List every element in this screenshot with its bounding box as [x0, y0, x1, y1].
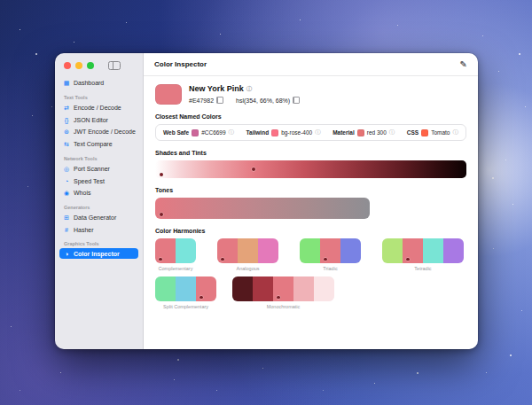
info-icon[interactable]: ⓘ — [246, 86, 253, 92]
close-button[interactable] — [64, 62, 71, 69]
color-swatch[interactable] — [357, 129, 364, 136]
color-value: Tomato — [431, 129, 450, 136]
text-compare-icon: ⇆ — [63, 141, 70, 148]
sidebar-item-whois[interactable]: ◉ Whois — [59, 187, 138, 199]
info-icon[interactable]: ⓘ — [229, 129, 235, 136]
hex-code: #E47982 — [189, 97, 223, 104]
port-scanner-icon: ◎ — [63, 166, 70, 173]
color-harmonies-title: Color Harmonies — [155, 228, 466, 234]
info-icon[interactable]: ⓘ — [452, 129, 458, 136]
current-color-info: New York Pink ⓘ #E47982 hsl(354, 66%, 68… — [189, 84, 300, 104]
minimize-button[interactable] — [75, 62, 82, 69]
base-color-dot — [200, 296, 203, 300]
shades-tints-strip[interactable] — [155, 160, 466, 178]
harmony-swatch[interactable] — [340, 238, 361, 263]
speed-test-icon: ◔ — [63, 178, 70, 184]
closest-named-colors-title: Closest Named Colors — [155, 113, 466, 120]
system-label: Material — [332, 129, 355, 136]
hasher-icon: # — [63, 227, 70, 233]
harmony-tetradic: Tetradic — [382, 238, 464, 271]
page-title: Color Inspector — [154, 60, 207, 68]
color-value: #CC6699 — [201, 129, 225, 136]
harmony-swatch[interactable] — [443, 238, 464, 263]
harmony-swatch[interactable] — [293, 276, 314, 301]
harmony-swatch[interactable] — [238, 238, 258, 263]
harmony-analogous: Analogous — [217, 238, 278, 271]
sidebar-item-jwt-encode-decode[interactable]: ⊛ JWT Encode / Decode — [59, 126, 138, 137]
harmony-caption: Triadic — [300, 266, 361, 271]
strip-marker-dot — [160, 173, 163, 176]
sidebar-item-label: Speed Test — [74, 178, 105, 184]
shades-tints-title: Shades and Tints — [155, 150, 466, 156]
harmonies-row-2: Split Complementary Monochromatic — [155, 276, 466, 309]
app-window: ▦ Dashboard Text Tools ⇄ Encode / Decode… — [55, 53, 478, 349]
sidebar-item-speed-test[interactable]: ◔ Speed Test — [59, 175, 138, 186]
sidebar-item-text-compare[interactable]: ⇆ Text Compare — [59, 138, 138, 150]
color-swatch[interactable] — [421, 129, 428, 136]
sidebar-section-generators: Generators — [64, 205, 134, 210]
harmony-swatch[interactable] — [217, 238, 238, 263]
hex-value: #E47982 — [189, 97, 214, 104]
sidebar-item-data-generator[interactable]: ⊞ Data Generator — [59, 212, 138, 223]
strip-marker-dot — [160, 213, 163, 216]
system-label: CSS — [407, 129, 419, 136]
info-icon[interactable]: ⓘ — [315, 129, 321, 136]
harmony-swatch[interactable] — [314, 276, 334, 301]
closest-item-websafe: Web Safe #CC6699 ⓘ — [163, 129, 234, 136]
color-value: bg-rose-400 — [281, 129, 312, 136]
edit-pencil-icon[interactable]: ✎ — [460, 60, 467, 69]
harmony-monochromatic: Monochromatic — [232, 276, 334, 309]
base-color-dot — [221, 258, 224, 261]
harmony-swatch[interactable] — [423, 238, 443, 263]
sidebar-item-port-scanner[interactable]: ◎ Port Scanner — [59, 163, 138, 175]
closest-named-colors-row: Web Safe #CC6699 ⓘ Tailwind bg-rose-400 … — [155, 124, 466, 141]
tones-title: Tones — [155, 187, 466, 193]
harmony-caption: Monochromatic — [232, 304, 334, 309]
harmony-swatch[interactable] — [403, 238, 423, 263]
sidebar-item-dashboard[interactable]: ▦ Dashboard — [59, 77, 138, 89]
harmony-swatch[interactable] — [196, 276, 216, 301]
color-swatch[interactable] — [271, 129, 278, 136]
sidebar-item-label: Text Compare — [74, 141, 113, 147]
tones-strip[interactable] — [155, 198, 370, 219]
sidebar-item-json-editor[interactable]: {} JSON Editor — [59, 114, 138, 125]
harmony-swatch[interactable] — [176, 276, 196, 301]
copy-icon[interactable] — [216, 97, 223, 104]
base-color-dot — [406, 258, 410, 261]
json-editor-icon: {} — [63, 117, 70, 123]
system-label: Tailwind — [246, 129, 270, 136]
dashboard-icon: ▦ — [63, 80, 70, 87]
harmony-swatch[interactable] — [382, 238, 403, 263]
color-name: New York Pink — [189, 84, 244, 93]
harmony-triadic: Triadic — [300, 238, 361, 271]
harmony-swatch[interactable] — [273, 276, 293, 301]
hsl-code: hsl(354, 66%, 68%) — [236, 97, 300, 104]
info-icon[interactable]: ⓘ — [389, 129, 395, 136]
sidebar-item-encode-decode[interactable]: ⇄ Encode / Decode — [59, 102, 138, 113]
harmony-swatch[interactable] — [176, 238, 196, 263]
sidebar-section-text-tools: Text Tools — [64, 95, 134, 100]
copy-icon[interactable] — [293, 97, 300, 104]
sidebar-item-hasher[interactable]: # Hasher — [59, 224, 138, 235]
harmony-swatch[interactable] — [155, 238, 176, 263]
sidebar-toggle-icon[interactable] — [108, 61, 121, 70]
main-header: Color Inspector ✎ — [144, 53, 478, 76]
desktop-wallpaper: ▦ Dashboard Text Tools ⇄ Encode / Decode… — [0, 0, 532, 405]
sidebar-item-color-inspector[interactable]: ◑ Color Inspector — [59, 248, 138, 259]
harmony-swatch[interactable] — [253, 276, 273, 301]
closest-item-css: CSS Tomato ⓘ — [407, 129, 458, 136]
jwt-icon: ⊛ — [63, 129, 70, 136]
base-color-dot — [159, 258, 162, 261]
hsl-value: hsl(354, 66%, 68%) — [236, 97, 290, 104]
harmony-swatch[interactable] — [320, 238, 340, 263]
current-color-section: New York Pink ⓘ #E47982 hsl(354, 66%, 68… — [155, 84, 466, 105]
harmony-swatch[interactable] — [300, 238, 320, 263]
harmony-swatch[interactable] — [258, 238, 278, 263]
harmony-swatch[interactable] — [232, 276, 253, 301]
harmony-caption: Tetradic — [382, 266, 464, 271]
zoom-button[interactable] — [87, 62, 94, 69]
sidebar-section-graphics-tools: Graphics Tools — [64, 241, 134, 246]
harmony-swatch[interactable] — [155, 276, 176, 301]
current-color-swatch[interactable] — [155, 84, 182, 105]
color-swatch[interactable] — [192, 129, 199, 136]
